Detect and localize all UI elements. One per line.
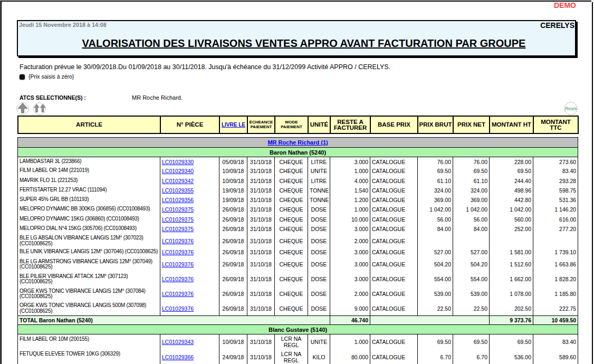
svg-text:Rexis: Rexis xyxy=(565,106,577,111)
